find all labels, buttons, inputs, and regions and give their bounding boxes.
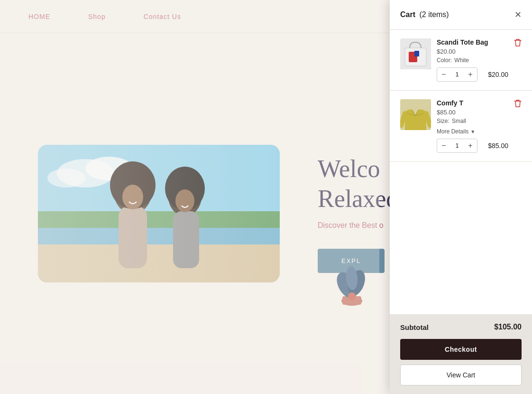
cart-item: Scandi Tote Bag $20.00 Color: White − 1 … <box>390 30 532 91</box>
subtotal-value: $105.00 <box>494 323 522 331</box>
cart-item-price-1: $20.00 <box>437 48 508 55</box>
chevron-down-icon: ▼ <box>470 129 475 134</box>
cart-drawer: Cart (2 items) ✕ Scandi Tote Bag $2 <box>390 0 532 394</box>
cart-item-total-2: $85.00 <box>488 142 508 150</box>
cart-item-quantity-2: 1 <box>450 139 464 152</box>
more-details-toggle[interactable]: More Details ▼ <box>437 128 508 135</box>
cart-item-increment-2[interactable]: + <box>464 139 477 152</box>
cart-item-delete-2[interactable] <box>514 99 522 110</box>
cart-header: Cart (2 items) ✕ <box>390 0 532 30</box>
cart-item-decrement-2[interactable]: − <box>437 139 450 152</box>
cart-item-quantity-1: 1 <box>450 68 464 81</box>
cart-items-list: Scandi Tote Bag $20.00 Color: White − 1 … <box>390 30 532 314</box>
cart-close-button[interactable]: ✕ <box>514 9 522 20</box>
svg-rect-29 <box>414 51 419 56</box>
cart-item-total-1: $20.00 <box>488 71 508 78</box>
cart-item-increment-1[interactable]: + <box>464 68 477 81</box>
cart-item-qty-control-2: − 1 + <box>437 139 477 153</box>
cart-footer: Subtotal $105.00 Checkout View Cart <box>390 314 532 394</box>
cart-item-name-2: Comfy T <box>437 99 508 107</box>
cart-title: Cart (2 items) <box>400 10 449 19</box>
cart-item-qty-row-1: − 1 + $20.00 <box>437 67 508 82</box>
subtotal-row: Subtotal $105.00 <box>400 323 522 331</box>
cart-item-qty-control-1: − 1 + <box>437 67 477 82</box>
cart-item-price-2: $85.00 <box>437 109 508 116</box>
cart-item-image-1 <box>400 38 431 69</box>
cart-item-detail-2: Size: Small <box>437 118 508 124</box>
cart-item-name-1: Scandi Tote Bag <box>437 38 508 46</box>
subtotal-label: Subtotal <box>400 323 429 331</box>
cart-item-info-1: Scandi Tote Bag $20.00 Color: White − 1 … <box>437 38 508 82</box>
checkout-button[interactable]: Checkout <box>400 339 522 360</box>
cart-item-qty-row-2: − 1 + $85.00 <box>437 139 508 153</box>
cart-item-info-2: Comfy T $85.00 Size: Small More Details … <box>437 99 508 153</box>
cart-item-delete-1[interactable] <box>514 38 522 49</box>
cart-item: Comfy T $85.00 Size: Small More Details … <box>390 91 532 162</box>
view-cart-button[interactable]: View Cart <box>400 365 522 385</box>
cart-item-decrement-1[interactable]: − <box>437 68 450 81</box>
cart-item-image-2 <box>400 99 431 130</box>
background-overlay <box>0 0 379 394</box>
cart-item-detail-1: Color: White <box>437 57 508 64</box>
